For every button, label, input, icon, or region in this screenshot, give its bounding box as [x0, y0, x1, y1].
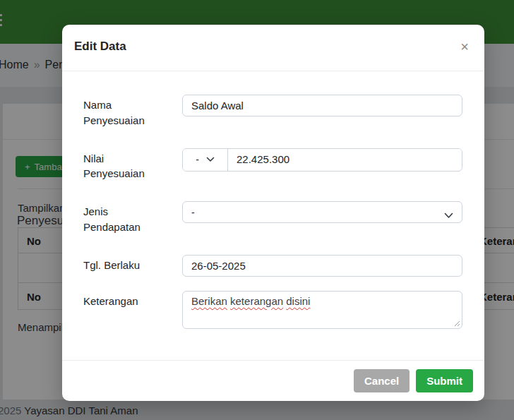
tgl-berlaku-label: Tgl. Berlaku	[83, 255, 162, 273]
chevron-down-icon	[444, 212, 453, 219]
jenis-pendapatan-select[interactable]: -	[182, 201, 462, 223]
resize-handle-icon[interactable]	[453, 320, 460, 327]
keterangan-word: Berikan	[191, 295, 227, 307]
form-row-jenis: Jenis Pendapatan -	[83, 201, 462, 235]
form-row-nama: Nama Penyesuaian	[83, 95, 462, 128]
jenis-selected-value: -	[191, 207, 195, 218]
modal-header: Edit Data ×	[62, 25, 484, 71]
modal-title: Edit Data	[74, 40, 126, 54]
form-row-nilai: Nilai Penyesuaian -	[83, 148, 462, 182]
nama-penyesuaian-input[interactable]	[182, 95, 462, 116]
modal-footer: Cancel Submit	[62, 360, 484, 401]
jenis-pendapatan-label: Jenis Pendapatan	[83, 201, 162, 235]
chevron-down-icon	[206, 157, 215, 162]
keterangan-textarea[interactable]: Berikan keterangan disini	[182, 291, 462, 329]
submit-button[interactable]: Submit	[416, 369, 473, 392]
modal-body: Nama Penyesuaian Nilai Penyesuaian - Jen…	[62, 71, 484, 360]
cancel-button[interactable]: Cancel	[354, 369, 410, 392]
keterangan-label: Keterangan	[83, 291, 162, 309]
form-row-tgl: Tgl. Berlaku	[83, 255, 462, 277]
edit-data-modal: Edit Data × Nama Penyesuaian Nilai Penye…	[62, 25, 484, 401]
nilai-input-group: -	[182, 148, 462, 172]
close-icon[interactable]: ×	[455, 37, 474, 56]
keterangan-word: disini	[286, 295, 310, 307]
nilai-sign-value: -	[196, 154, 199, 165]
tgl-berlaku-input[interactable]	[182, 255, 462, 277]
nama-penyesuaian-label: Nama Penyesuaian	[83, 95, 162, 128]
keterangan-word: keterangan	[230, 295, 283, 307]
nilai-penyesuaian-input[interactable]	[228, 149, 462, 169]
form-row-keterangan: Keterangan Berikan keterangan disini	[83, 291, 462, 329]
nilai-sign-select[interactable]: -	[183, 149, 228, 171]
nilai-penyesuaian-label: Nilai Penyesuaian	[83, 148, 162, 182]
